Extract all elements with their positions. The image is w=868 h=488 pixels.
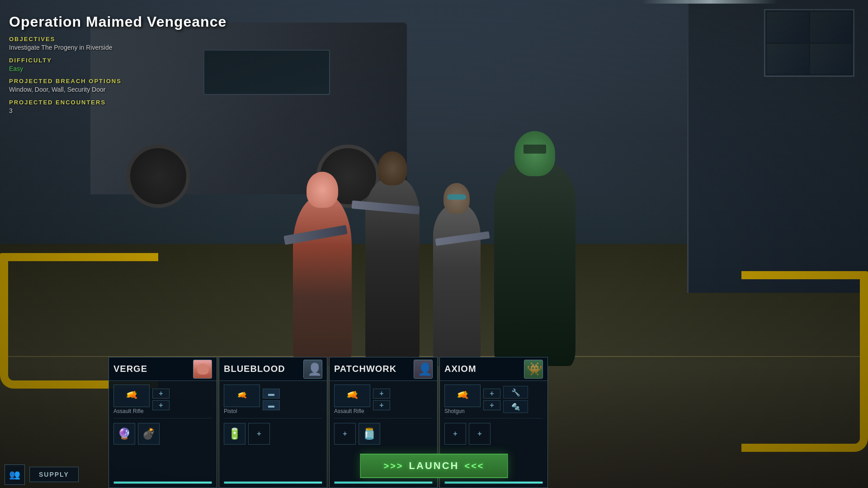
- primary-weapon-slot-patchwork[interactable]: 🔫: [334, 385, 370, 407]
- squad-icon-button[interactable]: 👥: [5, 465, 25, 485]
- upgrade-slot-1-blueblood[interactable]: ▬: [263, 389, 280, 399]
- weapon-label-axiom: Shotgun: [444, 408, 481, 414]
- divider-blueblood: [224, 418, 322, 418]
- soldier-name-blueblood: BLUEBLOOD: [224, 364, 285, 374]
- secondary-weapon-icon-2: 🔩: [511, 403, 520, 411]
- bottom-bar: 👥 SUPPLY: [0, 461, 108, 488]
- char-body-axiom: [494, 158, 576, 366]
- weapon-label-blueblood: Pistol: [224, 408, 260, 414]
- upgrade-slot-2-blueblood[interactable]: ▬: [263, 400, 280, 410]
- upgrade-item-2-blueblood: ▬: [268, 402, 274, 409]
- secondary-weapon-slot-2-axiom[interactable]: 🔩: [503, 400, 528, 413]
- weapon-row-patchwork: 🔫 Assault Rifle + +: [334, 385, 433, 414]
- plus-icon-patchwork-2: +: [379, 401, 383, 409]
- launch-button[interactable]: >>> LAUNCH <<<: [360, 454, 508, 478]
- character-patchwork: [433, 203, 481, 366]
- breach-label: PROJECTED BREACH OPTIONS: [9, 78, 226, 84]
- card-body-verge: 🔫 Assault Rifle + + 🔮: [109, 381, 217, 488]
- secondary-weapon-area-axiom: 🔧 🔩: [503, 386, 528, 413]
- encounters-value: 3: [9, 107, 226, 116]
- supply-button[interactable]: SUPPLY: [29, 467, 79, 482]
- secondary-weapon-icon: 🔧: [511, 388, 520, 397]
- launch-label: LAUNCH: [409, 460, 459, 472]
- character-verge: [293, 194, 352, 366]
- item-slot-1-verge[interactable]: 🔮: [113, 423, 135, 445]
- plus-icon-axiom-2: +: [490, 401, 494, 409]
- health-fill-blueblood: [224, 482, 322, 483]
- upgrade-slot-1-verge[interactable]: +: [152, 389, 170, 399]
- items-row-patchwork: + 🫙: [334, 423, 433, 445]
- upgrade-slot-1-axiom[interactable]: +: [483, 389, 500, 399]
- char-head-blueblood: [377, 151, 407, 185]
- weapon-label-patchwork: Assault Rifle: [334, 408, 370, 414]
- item-icon: 💣: [142, 427, 156, 440]
- upgrade-slot-1-patchwork[interactable]: +: [373, 389, 390, 399]
- char-body-patchwork: [433, 203, 481, 366]
- ammo-icon: 🔋: [228, 427, 241, 440]
- char-body-blueblood: [365, 176, 420, 366]
- plus-icon-patchwork-item: +: [343, 430, 347, 438]
- upgrade-slots-axiom-primary: + +: [483, 389, 500, 410]
- char-head-patchwork: [443, 183, 470, 214]
- secondary-weapon-slot-axiom[interactable]: 🔧: [503, 386, 528, 399]
- char-head-axiom: [514, 131, 555, 176]
- avatar-axiom: [524, 360, 543, 379]
- soldier-name-axiom: AXIOM: [444, 364, 476, 374]
- health-bar-patchwork: [334, 481, 433, 484]
- primary-weapon-slot-blueblood[interactable]: 🔫: [224, 385, 260, 407]
- health-fill-patchwork: [335, 482, 432, 483]
- health-bar-container-axiom: [444, 479, 543, 484]
- item-slot-add-patchwork[interactable]: +: [334, 423, 356, 445]
- char-weapon-blueblood: [351, 200, 420, 214]
- grenade-icon: 🔮: [118, 427, 131, 440]
- item-slot-2-verge[interactable]: 💣: [138, 423, 160, 445]
- upgrade-slot-2-axiom[interactable]: +: [483, 400, 500, 410]
- divider-verge: [113, 418, 212, 418]
- item-slot-1-blueblood[interactable]: 🔋: [224, 423, 245, 445]
- char-mask-axiom: [524, 145, 546, 154]
- card-body-blueblood: 🔫 Pistol ▬ ▬ 🔋: [219, 381, 327, 488]
- upgrade-slot-2-verge[interactable]: +: [152, 400, 170, 410]
- avatar-blueblood: [303, 360, 322, 379]
- pistol-icon-blueblood: 🔫: [236, 389, 248, 402]
- items-row-verge: 🔮 💣: [113, 423, 212, 445]
- upgrade-slot-2-patchwork[interactable]: +: [373, 400, 390, 410]
- card-header-verge: VERGE: [109, 357, 217, 381]
- plus-icon-axiom-item-2: +: [477, 430, 481, 438]
- health-fill-axiom: [445, 482, 542, 483]
- items-row-axiom: + +: [444, 423, 543, 445]
- upgrade-slots-patchwork: + +: [373, 389, 390, 410]
- health-bar-container-verge: [113, 479, 212, 484]
- divider-patchwork: [334, 418, 433, 418]
- medkit-icon: 🫙: [363, 427, 376, 440]
- weapon-label-verge: Assault Rifle: [113, 408, 150, 414]
- char-weapon-verge: [283, 225, 347, 245]
- card-header-patchwork: PATCHWORK: [330, 357, 437, 381]
- plus-icon: +: [159, 389, 163, 398]
- item-slot-add-1-axiom[interactable]: +: [444, 423, 466, 445]
- characters-area: [104, 158, 764, 366]
- upgrade-slots-verge: + +: [152, 389, 170, 410]
- weapon-row-axiom: 🔫 Shotgun + + 🔧: [444, 385, 543, 414]
- primary-weapon-slot-verge[interactable]: 🔫: [113, 385, 150, 407]
- health-bar-verge: [113, 481, 212, 484]
- primary-weapon-slot-axiom[interactable]: 🔫: [444, 385, 481, 407]
- plus-icon-patchwork-1: +: [379, 389, 383, 398]
- char-goggles: [447, 194, 466, 200]
- item-slot-add-blueblood[interactable]: +: [248, 423, 270, 445]
- soldier-card-verge: VERGE 🔫 Assault Rifle + +: [108, 357, 217, 488]
- shotgun-icon-axiom: 🔫: [455, 388, 470, 404]
- char-body-verge: [293, 194, 352, 366]
- encounters-label: PROJECTED ENCOUNTERS: [9, 99, 226, 106]
- plus-icon-blueblood: +: [257, 430, 261, 438]
- soldier-name-patchwork: PATCHWORK: [334, 364, 396, 374]
- item-slot-2-patchwork[interactable]: 🫙: [359, 423, 380, 445]
- card-header-blueblood: BLUEBLOOD: [219, 357, 327, 381]
- plus-icon-2: +: [159, 401, 163, 409]
- upgrade-item-1-blueblood: ▬: [268, 390, 274, 397]
- health-bar-blueblood: [224, 481, 322, 484]
- weapon-row-verge: 🔫 Assault Rifle + +: [113, 385, 212, 414]
- item-slot-add-2-axiom[interactable]: +: [469, 423, 491, 445]
- difficulty-value: Easy: [9, 65, 226, 74]
- objectives-label: OBJECTIVES: [9, 36, 226, 42]
